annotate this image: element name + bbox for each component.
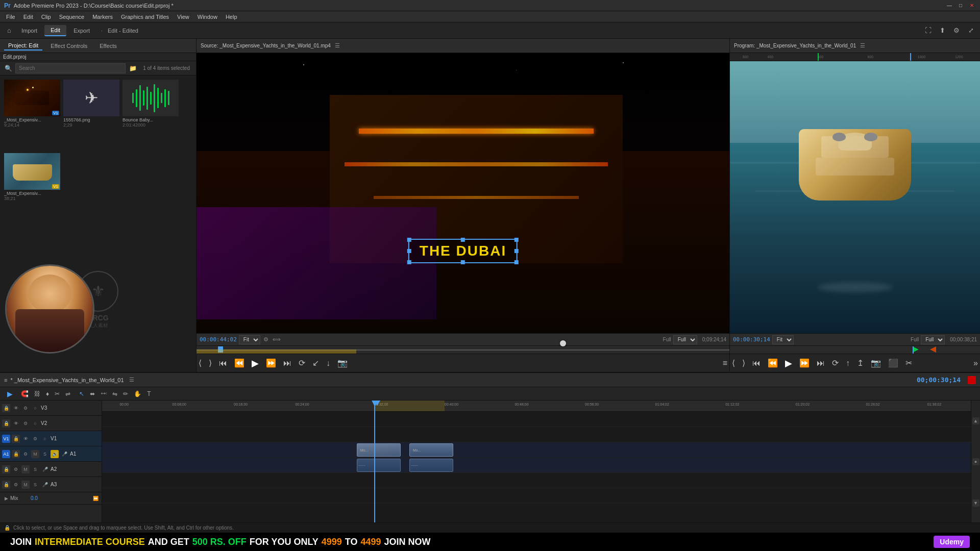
a2-mic-btn[interactable]: 🎤 xyxy=(41,465,49,473)
mark-out-btn[interactable]: ⟩ xyxy=(207,357,214,369)
prog-mark-in[interactable]: ⟨ xyxy=(730,357,737,369)
handle-bl[interactable] xyxy=(407,260,411,264)
tl-play-btn[interactable]: ▶ xyxy=(7,390,13,398)
handle-ml[interactable] xyxy=(407,249,411,253)
menu-clip[interactable]: Clip xyxy=(37,13,55,21)
play-btn[interactable]: ▶ xyxy=(250,357,261,370)
v2-solo-btn[interactable]: ○ xyxy=(31,419,39,428)
tl-slip-btn[interactable]: ⇌ xyxy=(63,389,72,398)
a3-sync-btn[interactable]: ⚙ xyxy=(12,481,20,489)
overwrite-btn[interactable]: ↓ xyxy=(324,358,332,369)
insert-btn[interactable]: ↙ xyxy=(310,357,321,369)
loop-btn[interactable]: ⟳ xyxy=(297,357,307,369)
timeline-menu-icon[interactable]: ≡ xyxy=(4,377,7,383)
menu-edit[interactable]: Edit xyxy=(19,13,37,21)
tab-import[interactable]: Import xyxy=(15,26,43,36)
mark-in-btn[interactable]: ⟨ xyxy=(197,357,204,369)
v3-lock-btn[interactable]: 🔒 xyxy=(2,404,10,412)
a1-sync-btn[interactable]: ⚙ xyxy=(21,450,30,458)
record-btn[interactable] xyxy=(968,376,976,384)
prog-step-fwd[interactable]: ⏭ xyxy=(815,358,827,369)
program-video-preview[interactable] xyxy=(730,61,980,333)
a3-mic-btn[interactable]: 🎤 xyxy=(41,481,49,489)
more-btn[interactable]: ≡ xyxy=(721,358,729,369)
media-item-2[interactable]: Bounce Baby... 2:01:42000 xyxy=(122,80,179,150)
home-icon[interactable]: ⌂ xyxy=(4,26,14,36)
prog-trim[interactable]: ✂ xyxy=(903,357,914,369)
step-forward-btn[interactable]: ⏭ xyxy=(281,358,293,369)
v3-eye-btn[interactable]: 👁 xyxy=(12,404,20,412)
tl-pen-tool[interactable]: ✏ xyxy=(121,389,130,398)
source-menu-icon[interactable]: ☰ xyxy=(335,42,340,49)
tab-export[interactable]: Export xyxy=(67,26,96,36)
menu-markers[interactable]: Markers xyxy=(88,13,117,21)
v1-solo-btn[interactable]: ○ xyxy=(41,435,49,443)
handle-tl[interactable] xyxy=(407,238,411,242)
close-button[interactable]: ✕ xyxy=(968,2,976,10)
tl-hand-tool[interactable]: ✋ xyxy=(132,389,143,398)
tab-effects[interactable]: Effects xyxy=(95,42,120,50)
step-back-btn[interactable]: ⏮ xyxy=(217,358,229,369)
v1-clip-2[interactable]: _Mo... xyxy=(409,443,453,457)
tl-slip-edit-tool[interactable]: ⇋ xyxy=(110,389,119,398)
source-scrubber[interactable] xyxy=(197,345,729,354)
a2-solo-btn[interactable]: S xyxy=(31,465,39,473)
v1-target-btn[interactable]: V1 xyxy=(2,435,10,443)
step-frame-back-btn[interactable]: ⏪ xyxy=(232,357,247,369)
full-screen-icon[interactable]: ⛶ xyxy=(923,26,933,36)
menu-view[interactable]: View xyxy=(173,13,193,21)
menu-graphics[interactable]: Graphics and Titles xyxy=(117,13,173,21)
maximize-button[interactable]: □ xyxy=(957,2,965,10)
title-overlay[interactable]: THE DUBAI xyxy=(408,239,518,263)
prog-lift[interactable]: ↑ xyxy=(844,358,852,369)
source-timecode[interactable]: 00:00:44;02 xyxy=(200,336,237,343)
prog-render[interactable]: ⬛ xyxy=(886,357,900,369)
a1-target-btn[interactable]: A1 xyxy=(2,450,10,458)
a1-solo-btn[interactable]: S xyxy=(41,450,49,458)
tab-edit[interactable]: Edit xyxy=(44,25,66,36)
a2-lock-btn[interactable]: 🔒 xyxy=(2,465,10,473)
tl-select-tool[interactable]: ↖ xyxy=(77,389,86,398)
search-input[interactable] xyxy=(15,63,126,73)
a1-lock-btn[interactable]: 🔒 xyxy=(12,450,20,458)
menu-file[interactable]: File xyxy=(2,13,19,21)
handle-tc[interactable] xyxy=(461,238,465,242)
source-resolution-select[interactable]: Full xyxy=(673,335,697,344)
a1-clip-2[interactable]: ~~~~ xyxy=(409,459,453,472)
tab-project[interactable]: Project: Edit xyxy=(4,41,42,51)
source-fit-select[interactable]: Fit xyxy=(239,335,260,344)
program-menu-icon[interactable]: ☰ xyxy=(860,42,865,49)
tl-marker-btn[interactable]: ♦ xyxy=(44,389,51,398)
prog-loop[interactable]: ⟳ xyxy=(830,357,841,369)
a1-vol-btn[interactable]: 🔊 xyxy=(51,450,59,458)
tl-snap-btn[interactable]: 🧲 xyxy=(19,389,31,398)
prog-more[interactable]: » xyxy=(971,358,980,369)
source-ctrl-2[interactable]: ⟺ xyxy=(272,336,282,343)
title-bar-right[interactable]: — □ ✕ xyxy=(945,2,976,10)
v1-clip-1[interactable]: _Mo... xyxy=(357,443,401,457)
tab-effect-controls[interactable]: Effect Controls xyxy=(46,42,91,50)
prog-extract[interactable]: ↥ xyxy=(855,357,866,369)
a3-mute-btn[interactable]: M xyxy=(21,481,30,489)
new-bin-icon[interactable]: 📁 xyxy=(128,63,138,73)
v1-eye-btn[interactable]: 👁 xyxy=(21,435,30,443)
v2-sync-btn[interactable]: ⚙ xyxy=(21,419,30,428)
a2-mute-btn[interactable]: M xyxy=(21,465,30,473)
mix-btn[interactable]: ⏩ xyxy=(91,494,100,503)
share-icon[interactable]: ⬆ xyxy=(937,26,947,36)
udemy-badge[interactable]: Udemy xyxy=(934,536,970,548)
prog-camera[interactable]: 📷 xyxy=(869,357,883,369)
prog-play[interactable]: ▶ xyxy=(783,357,794,370)
play-forward-btn[interactable]: ⏩ xyxy=(264,357,278,369)
tl-link-btn[interactable]: ⛓ xyxy=(32,389,42,398)
menu-help[interactable]: Help xyxy=(222,13,241,21)
a3-lock-btn[interactable]: 🔒 xyxy=(2,481,10,489)
a1-clip-1[interactable]: ~~~~ xyxy=(357,459,401,472)
timeline-panel-menu[interactable]: ☰ xyxy=(129,377,134,383)
track-row-v3[interactable] xyxy=(102,412,980,427)
camera-btn[interactable]: 📷 xyxy=(335,357,350,369)
tl-scroll-top[interactable]: ▲ xyxy=(972,417,979,424)
track-row-a1[interactable]: ~~~~ ~~~~ xyxy=(102,458,980,473)
source-ctrl-1[interactable]: ⚙ xyxy=(262,336,270,343)
a1-mute-btn[interactable]: M xyxy=(31,450,39,458)
